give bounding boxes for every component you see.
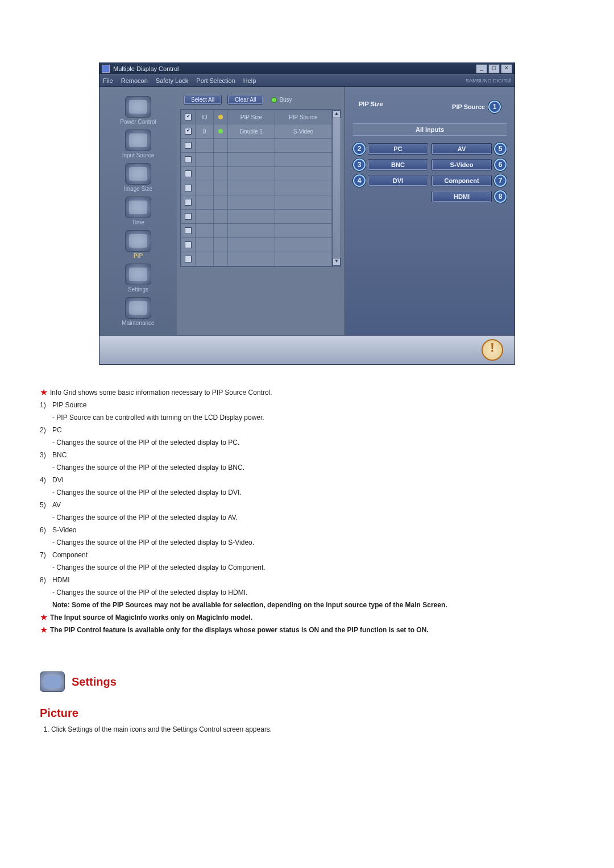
av-button[interactable]: AV (432, 143, 492, 155)
callout-6: 6 (494, 158, 507, 171)
item-desc: - PIP Source can be controlled with turn… (40, 412, 574, 423)
item-desc: - Changes the source of the PIP of the s… (40, 487, 574, 498)
sidebar-item-image-size[interactable]: Image Size (104, 163, 172, 192)
row-pip-source (275, 153, 331, 167)
picture-heading: Picture (40, 707, 574, 720)
row-checkbox-cell[interactable] (181, 224, 196, 238)
checkbox-icon (185, 227, 192, 234)
col-status (214, 110, 228, 124)
sidebar: Power Control Input Source Image Size Ti… (99, 87, 177, 335)
menu-safety-lock[interactable]: Safety Lock (156, 77, 188, 84)
picture-steps: Click Settings of the main icons and the… (51, 725, 574, 733)
item-desc: - Changes the source of the PIP of the s… (40, 462, 574, 473)
sidebar-item-pip[interactable]: PIP (104, 230, 172, 259)
table-row[interactable]: 0Double 1S-Video (181, 124, 332, 139)
sidebar-item-settings[interactable]: Settings (104, 264, 172, 293)
hdmi-button[interactable]: HDMI (432, 191, 492, 202)
row-pip-size (228, 238, 275, 252)
menu-help[interactable]: Help (243, 77, 256, 84)
row-checkbox-cell[interactable] (181, 252, 196, 266)
table-row[interactable] (181, 167, 332, 181)
window-maximize[interactable]: □ (488, 64, 500, 73)
time-icon (125, 197, 151, 218)
row-status-cell (214, 153, 228, 167)
checkbox-icon (185, 114, 192, 120)
grid-scrollbar[interactable]: ▲ ▼ (332, 110, 341, 266)
col-check[interactable] (181, 110, 196, 124)
sidebar-item-label: Input Source (104, 152, 172, 158)
dvi-button[interactable]: DVI (368, 175, 428, 186)
row-checkbox-cell[interactable] (181, 210, 196, 224)
sidebar-item-label: Maintenance (104, 320, 172, 326)
row-pip-size (228, 139, 275, 153)
item-number: 1) (40, 400, 52, 410)
table-row[interactable] (181, 238, 332, 252)
component-button[interactable]: Component (432, 175, 492, 186)
sidebar-item-power-control[interactable]: Power Control (104, 96, 172, 125)
window-close[interactable]: × (501, 64, 512, 73)
row-id (196, 210, 214, 224)
menu-remocon[interactable]: Remocon (121, 77, 148, 84)
image-size-icon (125, 163, 151, 185)
row-checkbox-cell[interactable] (181, 124, 196, 139)
row-status-cell (214, 195, 228, 210)
table-row[interactable] (181, 153, 332, 167)
row-pip-source (275, 210, 331, 224)
item-number: 4) (40, 475, 52, 485)
svideo-button[interactable]: S-Video (432, 159, 492, 170)
table-row[interactable] (181, 195, 332, 210)
table-row[interactable] (181, 224, 332, 238)
scroll-down-icon[interactable]: ▼ (333, 258, 341, 266)
checkbox-icon (185, 256, 192, 262)
sidebar-item-input-source[interactable]: Input Source (104, 130, 172, 158)
window-minimize[interactable]: _ (476, 64, 487, 73)
callout-4: 4 (353, 174, 366, 187)
item-desc: - Changes the source of the PIP of the s… (40, 587, 574, 598)
menu-file[interactable]: File (103, 77, 113, 84)
table-row[interactable] (181, 210, 332, 224)
scroll-up-icon[interactable]: ▲ (333, 110, 341, 118)
checkbox-icon (185, 170, 192, 177)
menu-port-selection[interactable]: Port Selection (196, 77, 235, 84)
sidebar-item-label: Power Control (104, 119, 172, 125)
checkbox-icon (185, 213, 192, 220)
note-magicinfo: The Input source of MagicInfo works only… (50, 612, 252, 623)
sidebar-item-time[interactable]: Time (104, 197, 172, 226)
row-checkbox-cell[interactable] (181, 238, 196, 252)
item-title: AV (52, 500, 61, 510)
star-icon: ★ (40, 612, 50, 623)
select-all-button[interactable]: Select All (184, 95, 222, 105)
row-id (196, 181, 214, 195)
table-row[interactable] (181, 252, 332, 266)
star-icon: ★ (40, 625, 50, 635)
row-pip-source (275, 139, 331, 153)
alert-icon: ! (482, 339, 503, 361)
row-checkbox-cell[interactable] (181, 153, 196, 167)
pip-source-panel: PIP Size PIP Source 1 All Inputs 2 PC (345, 87, 515, 335)
table-row[interactable] (181, 139, 332, 153)
row-pip-source (275, 252, 331, 266)
row-checkbox-cell[interactable] (181, 181, 196, 195)
row-id (196, 153, 214, 167)
row-pip-size (228, 224, 275, 238)
callout-1: 1 (488, 101, 501, 113)
busy-indicator: Busy (271, 97, 292, 103)
grid-panel: Select All Clear All Busy (177, 87, 345, 335)
pc-button[interactable]: PC (368, 143, 428, 155)
row-pip-source (275, 238, 331, 252)
bnc-button[interactable]: BNC (368, 159, 428, 170)
row-checkbox-cell[interactable] (181, 167, 196, 181)
sidebar-item-label: Settings (104, 286, 172, 293)
item-title: DVI (52, 475, 64, 485)
checkbox-icon (185, 185, 192, 191)
sidebar-item-label: PIP (104, 253, 172, 259)
clear-all-button[interactable]: Clear All (227, 95, 263, 105)
item-desc: - Changes the source of the PIP of the s… (40, 537, 574, 548)
row-checkbox-cell[interactable] (181, 195, 196, 210)
status-bar: ! (99, 335, 515, 364)
row-pip-source: S-Video (275, 124, 331, 139)
table-row[interactable] (181, 181, 332, 195)
row-status-cell (214, 181, 228, 195)
row-checkbox-cell[interactable] (181, 139, 196, 153)
sidebar-item-maintenance[interactable]: Maintenance (104, 297, 172, 326)
